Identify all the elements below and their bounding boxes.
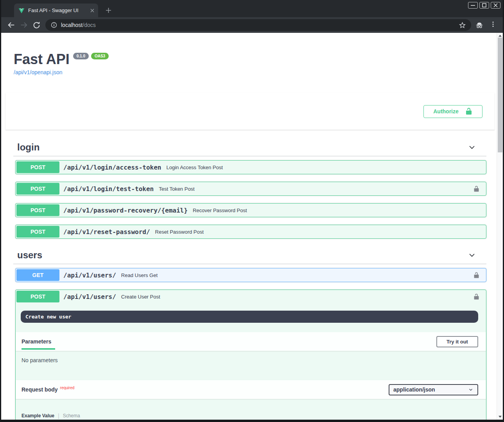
media-type-value: application/json (393, 386, 435, 393)
op-summary-text: Create User Post (121, 294, 160, 300)
browser-toolbar: localhost/docs (1, 17, 503, 33)
forward-icon (20, 21, 28, 29)
tab-schema[interactable]: Schema (63, 413, 80, 418)
tab-title: Fast API - Swagger UI (28, 7, 89, 13)
oas3-badge: OAS3 (91, 53, 109, 59)
chevron-down-icon (468, 387, 474, 392)
auth-lock-button[interactable] (473, 293, 480, 300)
scrollbar-down-button[interactable] (499, 416, 502, 418)
chevron-down-icon[interactable] (468, 143, 476, 151)
incognito-icon (475, 20, 484, 30)
reload-icon (32, 21, 41, 29)
close-icon (90, 9, 94, 13)
parameters-header: Parameters Try it out (16, 332, 486, 351)
authorize-button[interactable]: Authorize (423, 105, 482, 118)
op-path: /api/v1/password-recovery/{email} (63, 207, 188, 214)
parameters-tab: Parameters (22, 338, 51, 345)
no-parameters-text: No parameters (16, 351, 486, 371)
op-path: /api/v1/users/ (63, 272, 116, 279)
favicon-v-icon (18, 7, 25, 14)
unlock-icon (465, 107, 473, 115)
browser-window: Fast API - Swagger UI (0, 0, 504, 422)
op-summary-text: Reset Password Post (155, 229, 204, 235)
bookmark-button[interactable] (459, 21, 466, 29)
op-summary-text: Read Users Get (121, 272, 158, 278)
op-summary-text: Login Access Token Post (166, 165, 222, 170)
scheme-container: Authorize (5, 93, 495, 130)
auth-lock-button[interactable] (473, 272, 480, 279)
section-title: login (17, 142, 468, 153)
minimize-icon (471, 3, 475, 7)
op-login-test-token[interactable]: POST /api/v1/login/test-token Test Token… (15, 182, 486, 196)
authorize-label: Authorize (433, 108, 459, 114)
minimize-button[interactable] (468, 2, 478, 9)
method-badge: POST (16, 161, 59, 173)
close-window-button[interactable] (491, 2, 500, 9)
method-badge: POST (16, 183, 59, 195)
unlock-icon (473, 272, 480, 279)
browser-menu-button[interactable] (490, 21, 497, 29)
forward-button[interactable] (18, 20, 29, 30)
request-body-header: Request body required application/json (16, 380, 486, 399)
scrollbar-thumb[interactable] (498, 38, 502, 152)
section-header-users[interactable]: users (13, 246, 486, 264)
back-button[interactable] (6, 20, 17, 30)
section-header-login[interactable]: login (13, 138, 486, 156)
op-reset-password[interactable]: POST /api/v1/reset-password/ Reset Passw… (15, 225, 486, 239)
unlock-icon (473, 293, 480, 300)
maximize-button[interactable] (479, 2, 489, 9)
new-tab-button[interactable] (103, 5, 114, 16)
browser-tab[interactable]: Fast API - Swagger UI (14, 4, 98, 17)
url-host: localhost (61, 22, 83, 28)
info-icon (50, 21, 57, 29)
reload-button[interactable] (31, 20, 42, 30)
back-icon (7, 21, 16, 29)
operation-description: Create new user (21, 311, 478, 323)
tab-divider: | (58, 413, 59, 419)
required-badge: required (60, 386, 75, 390)
example-schema-tabs: Example Value | Schema (22, 413, 486, 419)
url-path: /docs (83, 22, 95, 28)
method-badge: POST (16, 291, 59, 302)
op-create-user-summary[interactable]: POST /api/v1/users/ Create User Post (16, 290, 486, 303)
close-icon (493, 3, 498, 7)
unlock-icon (473, 186, 480, 192)
maximize-icon (482, 3, 486, 7)
chevron-down-icon[interactable] (468, 251, 476, 259)
op-path: /api/v1/login/test-token (63, 185, 154, 193)
method-badge: POST (16, 226, 59, 238)
page-viewport: Fast API0.1.0OAS3 /api/v1/openapi.json A… (1, 33, 503, 420)
op-password-recovery[interactable]: POST /api/v1/password-recovery/{email} R… (15, 203, 486, 217)
operations-wrapper: login POST /api/v1/login/access-token Lo… (13, 138, 486, 420)
title-badges: 0.1.0OAS3 (73, 53, 109, 59)
op-path: /api/v1/login/access-token (63, 164, 161, 171)
openapi-spec-link[interactable]: /api/v1/openapi.json (14, 69, 63, 75)
address-bar[interactable]: localhost/docs (45, 19, 471, 31)
api-info: Fast API0.1.0OAS3 /api/v1/openapi.json (1, 33, 496, 76)
op-read-users[interactable]: GET /api/v1/users/ Read Users Get (15, 268, 486, 282)
op-login-access-token[interactable]: POST /api/v1/login/access-token Login Ac… (15, 160, 486, 174)
toolbar-right (475, 20, 497, 30)
kebab-menu-icon (490, 21, 497, 28)
op-summary-text: Test Token Post (159, 186, 195, 192)
window-controls (468, 2, 500, 9)
auth-lock-button[interactable] (473, 186, 480, 192)
request-body-label: Request body (22, 386, 58, 393)
try-it-out-button[interactable]: Try it out (436, 336, 478, 347)
method-badge: POST (16, 204, 59, 216)
op-create-user-expanded: POST /api/v1/users/ Create User Post Cre… (15, 290, 486, 420)
titlebar: Fast API - Swagger UI (1, 0, 503, 17)
method-badge: GET (16, 269, 59, 281)
tab-example-value[interactable]: Example Value (22, 413, 54, 418)
plus-icon (106, 8, 111, 13)
star-icon (459, 21, 466, 29)
tab-close-button[interactable] (89, 7, 96, 14)
media-type-select[interactable]: application/json (389, 384, 478, 395)
version-badge: 0.1.0 (73, 53, 89, 59)
scrollbar[interactable] (497, 33, 503, 420)
swagger-ui: Fast API0.1.0OAS3 /api/v1/openapi.json A… (1, 33, 496, 420)
op-path: /api/v1/users/ (63, 293, 116, 300)
section-title: users (17, 250, 468, 261)
page-title: Fast API (14, 52, 70, 66)
scrollbar-up-button[interactable] (499, 35, 502, 37)
